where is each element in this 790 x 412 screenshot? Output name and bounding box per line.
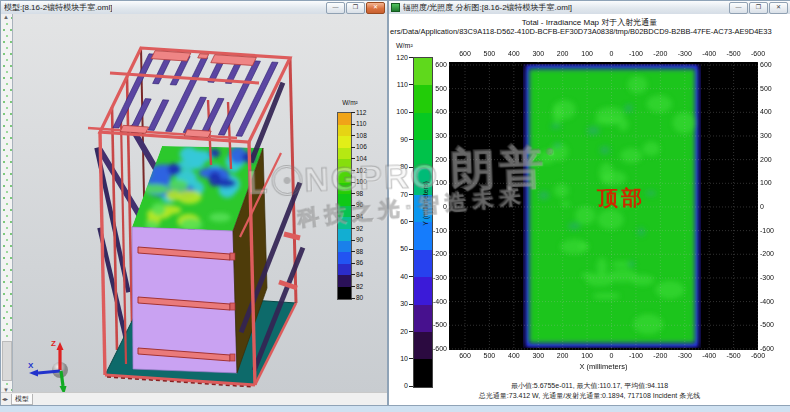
legend-segment	[338, 252, 351, 264]
svg-text:X: X	[28, 361, 34, 370]
legend-segment	[338, 113, 351, 125]
legend-value: 110	[356, 120, 366, 127]
irradiance-plot[interactable]: 顶部	[449, 62, 758, 350]
axis-triad: ZX	[23, 332, 93, 393]
colorbar-value: 30	[392, 300, 408, 307]
legend-segment	[338, 148, 351, 160]
colorbar-value: 90	[392, 136, 408, 143]
roof-slats	[113, 54, 278, 137]
model-window-title: 模型:[8.16-2镶特模块手室.oml]	[4, 2, 112, 13]
battery-box	[132, 146, 267, 373]
legend-value: 112	[356, 109, 366, 116]
model-legend-title: W/m²	[337, 99, 363, 106]
legend-segment	[338, 159, 351, 171]
legend-value: 86	[356, 259, 363, 266]
irradiance-map-content: Total - Irradiance Map 对于入射光通量 ers/Data/…	[389, 14, 790, 405]
legend-value: 88	[356, 248, 363, 255]
legend-segment	[338, 194, 351, 206]
x-axis-label: X (millimeters)	[449, 362, 758, 371]
legend-value: 80	[356, 294, 363, 301]
legend-segment	[338, 229, 351, 241]
minimize-button[interactable]: —	[729, 2, 748, 14]
legend-value: 104	[356, 155, 367, 162]
irradiance-window-icon	[391, 3, 400, 12]
minimize-button[interactable]: —	[326, 2, 345, 14]
model-tree-strip[interactable]: ▲ ▼	[1, 14, 13, 393]
colorbar-value: 50	[392, 245, 408, 252]
legend-segment	[338, 136, 351, 148]
x-ticks-top: 6005004003002001000-100-200-300-400-500-…	[449, 50, 758, 59]
irradiance-window-title: 辐照度/光照度 分析图:[8.16-2镶特模块手室.oml]	[403, 2, 572, 13]
restore-button[interactable]: ❐	[346, 2, 365, 14]
model-window: 模型:[8.16-2镶特模块手室.oml] — ❐ ✕ ▲ ▼ W/m² 112…	[0, 0, 388, 406]
colorbar-value: 20	[392, 328, 408, 335]
stats-line-1: 最小值:5.6755e-011, 最大值:110.17, 平均值:94.118	[389, 381, 790, 391]
model-window-bottombar: ◂▸ 模型	[1, 392, 387, 405]
colorbar-value: 80	[392, 163, 408, 170]
model-viewport[interactable]: W/m² 11211010810610410210098969492908886…	[13, 14, 387, 393]
legend-value: 102	[356, 167, 367, 174]
close-button[interactable]: ✕	[769, 2, 788, 14]
tab-scroll-arrow-icon[interactable]: ◂▸	[2, 395, 8, 402]
colorbar-value: 100	[392, 108, 408, 115]
irradiance-window-titlebar[interactable]: 辐照度/光照度 分析图:[8.16-2镶特模块手室.oml] — ❐ ✕	[389, 1, 790, 15]
colorbar-value: 60	[392, 218, 408, 225]
legend-segment	[338, 264, 351, 276]
irradiance-window: 辐照度/光照度 分析图:[8.16-2镶特模块手室.oml] — ❐ ✕ Tot…	[388, 0, 790, 406]
svg-text:Z: Z	[51, 339, 56, 348]
colorbar-units: W/m²	[396, 42, 413, 49]
legend-value: 100	[356, 178, 367, 185]
close-button[interactable]: ✕	[366, 2, 385, 14]
desktop: { "left_window": { "title": "模型:[8.16-2镶…	[0, 0, 790, 412]
colorbar-value: 120	[392, 54, 408, 61]
legend-value: 82	[356, 283, 363, 290]
colorbar-value: 110	[392, 81, 408, 88]
colorbar-value: 10	[392, 355, 408, 362]
legend-segment	[338, 287, 351, 299]
model-tab[interactable]: 模型	[11, 394, 33, 405]
legend-value: 106	[356, 143, 367, 150]
colorbar-value: 40	[392, 273, 408, 280]
legend-segment	[338, 241, 351, 253]
legend-segment	[338, 183, 351, 195]
model-legend-bar	[337, 112, 352, 300]
x-ticks-bottom: 6005004003002001000-100-200-300-400-500-…	[449, 352, 758, 361]
legend-segment	[338, 217, 351, 229]
legend-segment	[338, 125, 351, 137]
legend-value: 98	[356, 190, 363, 197]
restore-button[interactable]: ❐	[749, 2, 768, 14]
stats-line-2: 总光通量:73.412 W, 光通量/发射光通量:0.1894, 717108 …	[389, 391, 790, 401]
legend-segment	[338, 171, 351, 183]
model-window-titlebar[interactable]: 模型:[8.16-2镶特模块手室.oml] — ❐ ✕	[1, 1, 387, 15]
strip-scroll-thumb[interactable]	[2, 341, 12, 381]
legend-segment	[338, 275, 351, 287]
map-file-path: ers/Data/Application/83C9A118-D562-410D-…	[390, 27, 790, 36]
legend-value: 90	[356, 236, 363, 243]
legend-value: 94	[356, 213, 363, 220]
legend-value: 96	[356, 201, 363, 208]
strip-up-arrow-icon[interactable]: ▲	[1, 14, 11, 20]
legend-segment	[338, 206, 351, 218]
colorbar-value: 70	[392, 191, 408, 198]
colorbar-segment	[414, 140, 432, 167]
annotation-top-label: 顶部	[597, 184, 645, 212]
legend-value: 108	[356, 132, 367, 139]
legend-value: 92	[356, 225, 363, 232]
legend-value: 84	[356, 271, 363, 278]
